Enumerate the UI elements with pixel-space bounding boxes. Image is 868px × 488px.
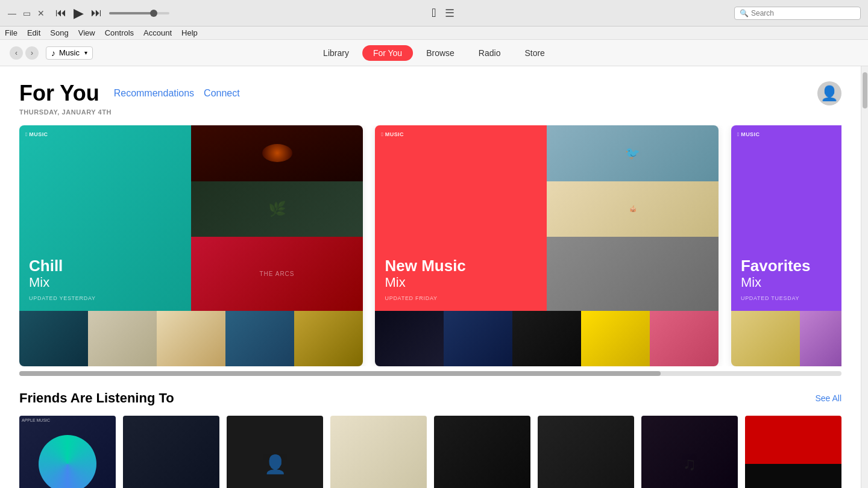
newmusic-title: New Music <box>385 257 537 275</box>
source-label: Music <box>59 48 80 57</box>
friend-album-5[interactable] <box>434 416 530 488</box>
menu-controls[interactable]: Controls <box>105 28 134 37</box>
apple-music-label: MUSIC <box>29 131 48 137</box>
menu-bar: File Edit Song View Controls Account Hel… <box>0 27 868 40</box>
newmusic-top-albums: 🐦 🎪 <box>547 125 719 237</box>
newmusic-mix-cover:  MUSIC New Music Mix UPDATED FRIDAY <box>375 125 547 311</box>
favorites-updated: UPDATED TUESDAY <box>741 295 841 301</box>
main-content: For You Recommendations Connect 👤 THURSD… <box>0 66 861 488</box>
chill-mix-layout:  MUSIC Chill Mix UPDATED YESTERDAY <box>19 125 363 311</box>
new-music-mix-card[interactable]:  MUSIC New Music Mix UPDATED FRIDAY 🐦 <box>375 125 719 366</box>
menu-song[interactable]: Song <box>50 28 68 37</box>
scrollbar-thumb[interactable] <box>19 371 661 376</box>
tab-browse[interactable]: Browse <box>415 45 465 61</box>
music-note-icon: ♪ <box>51 48 55 58</box>
album-gold <box>294 311 363 366</box>
favorites-mix-cover:  MUSIC Favorites Mix UPDATED TUESDAY <box>731 125 841 311</box>
chevron-down-icon: ▾ <box>84 49 87 56</box>
list-view-button[interactable]: ☰ <box>445 7 454 20</box>
close-button[interactable]: ✕ <box>36 8 46 18</box>
favorites-bottom-albums <box>731 311 841 366</box>
content-area: For You Recommendations Connect 👤 THURSD… <box>0 66 868 488</box>
newmusic-updated: UPDATED FRIDAY <box>385 295 537 301</box>
chill-mix-cover:  MUSIC Chill Mix UPDATED YESTERDAY <box>19 125 191 311</box>
friend-album-6[interactable] <box>538 416 634 488</box>
window-controls: — ▭ ✕ <box>7 8 46 18</box>
connect-link[interactable]: Connect <box>204 88 240 99</box>
back-button[interactable]: ‹ <box>10 46 23 60</box>
friend-album-1[interactable]: Apple Music <box>19 416 116 488</box>
friend-album-7[interactable]: ♫ <box>641 416 738 488</box>
mixes-scroll[interactable]:  MUSIC Chill Mix UPDATED YESTERDAY <box>19 125 841 366</box>
apple-icon-3:  <box>737 131 739 137</box>
favorites-subtitle: Mix <box>741 275 841 290</box>
search-icon: 🔍 <box>740 9 749 17</box>
album-art-2: 🌿 <box>191 181 363 237</box>
menu-help[interactable]: Help <box>181 28 198 37</box>
tab-radio[interactable]: Radio <box>468 45 512 61</box>
restore-button[interactable]: ▭ <box>22 8 31 18</box>
minimize-button[interactable]: — <box>7 8 17 18</box>
user-avatar[interactable]: 👤 <box>817 81 841 105</box>
menu-account[interactable]: Account <box>143 28 172 37</box>
page-header-links: Recommendations Connect <box>114 88 240 99</box>
album-flags: 🎪 <box>547 181 719 237</box>
apple-music-badge:  MUSIC <box>25 131 48 137</box>
album-blue-sketch <box>444 311 512 366</box>
see-all-link[interactable]: See All <box>815 393 841 403</box>
album-mustplay <box>225 311 294 366</box>
menu-file[interactable]: File <box>5 28 17 37</box>
album-kacey <box>650 311 719 366</box>
favorites-mix-card[interactable]:  MUSIC Favorites Mix UPDATED TUESDAY <box>731 125 841 366</box>
newmusic-mix-layout:  MUSIC New Music Mix UPDATED FRIDAY 🐦 <box>375 125 719 311</box>
rewind-button[interactable]: ⏮ <box>53 7 69 19</box>
favorites-title: Favorites <box>741 257 841 275</box>
friend-album-3[interactable]: 👤 <box>227 416 323 488</box>
menu-view[interactable]: View <box>78 28 95 37</box>
chill-bottom-albums <box>19 311 363 366</box>
favorites-mix-layout:  MUSIC Favorites Mix UPDATED TUESDAY <box>731 125 841 311</box>
apple-music-label-2: MUSIC <box>385 131 404 137</box>
friend-album-2[interactable] <box>123 416 219 488</box>
friends-section-header: Friends Are Listening To See All <box>19 390 841 406</box>
forward-button[interactable]: › <box>25 46 39 60</box>
chill-updated: UPDATED YESTERDAY <box>29 295 181 301</box>
fastforward-button[interactable]: ⏭ <box>89 7 104 19</box>
scrollbar-thumb-vertical[interactable] <box>863 72 867 108</box>
search-box[interactable]: 🔍 <box>734 7 861 20</box>
page-title: For You <box>19 81 99 106</box>
volume-slider[interactable] <box>109 12 169 14</box>
date-label: THURSDAY, JANUARY 4TH <box>19 108 841 116</box>
search-input[interactable] <box>751 9 855 17</box>
tab-for-you[interactable]: For You <box>362 45 413 61</box>
chill-title: Chill <box>29 257 181 275</box>
album-grey-car <box>547 237 719 311</box>
menu-edit[interactable]: Edit <box>27 28 40 37</box>
apple-logo:  <box>432 6 436 20</box>
friends-section-title: Friends Are Listening To <box>19 390 174 406</box>
vertical-scrollbar[interactable] <box>861 66 868 488</box>
album-fav-b2 <box>800 311 841 366</box>
recommendations-link[interactable]: Recommendations <box>114 88 194 99</box>
album-dark-girl <box>512 311 581 366</box>
source-selector[interactable]: ♪ Music ▾ <box>46 46 93 60</box>
play-button[interactable]: ▶ <box>71 5 86 21</box>
title-bar: — ▭ ✕ ⏮ ▶ ⏭  ☰ 🔍 <box>0 0 868 27</box>
chill-top-albums: 🌿 <box>191 125 363 237</box>
chill-mix-albums: 🌿 The Arcs <box>191 125 363 311</box>
chill-mix-card[interactable]:  MUSIC Chill Mix UPDATED YESTERDAY <box>19 125 363 366</box>
album-art-arcs: The Arcs <box>191 237 363 311</box>
tab-store[interactable]: Store <box>514 45 555 61</box>
apple-icon:  <box>25 131 27 137</box>
nav-arrows: ‹ › <box>10 46 39 60</box>
album-saudade <box>19 311 88 366</box>
album-leaf <box>88 311 157 366</box>
tab-library[interactable]: Library <box>312 45 360 61</box>
album-art-1 <box>191 125 363 181</box>
friend-album-4[interactable] <box>330 416 427 488</box>
album-fav-b1 <box>731 311 800 366</box>
apple-music-label-3: MUSIC <box>741 131 760 137</box>
horizontal-scrollbar[interactable] <box>19 371 841 376</box>
newmusic-subtitle: Mix <box>385 275 537 290</box>
friend-album-8[interactable] <box>745 416 841 488</box>
